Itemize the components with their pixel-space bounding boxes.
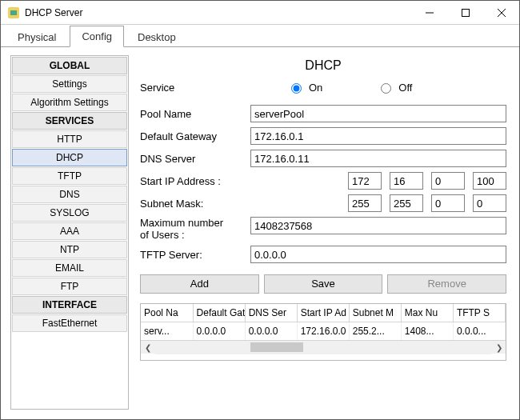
- col-max-users[interactable]: Max Nu: [401, 304, 453, 322]
- start-ip-oct3[interactable]: [431, 172, 465, 190]
- scroll-thumb[interactable]: [250, 342, 303, 352]
- service-row: Service On Off: [140, 81, 506, 94]
- page-title: DHCP: [140, 58, 506, 73]
- dns-server-label: DNS Server: [140, 153, 244, 165]
- tftp-server-input[interactable]: [250, 246, 506, 263]
- sidebar-item-fastethernet[interactable]: FastEthernet: [12, 314, 127, 332]
- cell-subnet-mask: 255.2...: [349, 322, 401, 341]
- max-users-input[interactable]: [250, 217, 506, 234]
- scroll-right-icon[interactable]: ❯: [492, 341, 506, 354]
- svg-rect-1: [10, 10, 17, 15]
- col-dns-server[interactable]: DNS Ser: [245, 304, 297, 322]
- close-button[interactable]: [483, 1, 519, 24]
- pool-name-label: Pool Name: [140, 108, 244, 120]
- button-row: Add Save Remove: [140, 274, 506, 294]
- start-ip-octets: [348, 172, 506, 190]
- window: DHCP Server Physical Config Desktop GLOB…: [0, 0, 520, 420]
- start-ip-label: Start IP Address :: [140, 175, 244, 187]
- maximize-button[interactable]: [447, 1, 483, 24]
- tftp-server-label: TFTP Server:: [140, 249, 244, 261]
- start-ip-row: Start IP Address :: [140, 172, 506, 190]
- server-icon: [7, 6, 20, 19]
- svg-rect-3: [462, 9, 469, 16]
- max-users-label: Maximum number of Users :: [140, 217, 244, 241]
- default-gateway-row: Default Gateway: [140, 127, 506, 145]
- table-header-row[interactable]: Pool Na Default Gat DNS Ser Start IP Ad …: [141, 304, 506, 322]
- sidebar-header-services: SERVICES: [12, 112, 127, 130]
- sidebar: GLOBAL Settings Algorithm Settings SERVI…: [10, 55, 129, 410]
- col-subnet-mask[interactable]: Subnet M: [349, 304, 401, 322]
- sidebar-item-dns[interactable]: DNS: [12, 186, 127, 203]
- cell-dns-server: 0.0.0.0: [245, 322, 297, 341]
- subnet-oct2[interactable]: [390, 194, 423, 212]
- default-gateway-input[interactable]: [250, 127, 506, 145]
- sidebar-item-algorithm-settings[interactable]: Algorithm Settings: [12, 94, 127, 111]
- sidebar-item-ftp[interactable]: FTP: [12, 278, 127, 295]
- window-controls: [411, 1, 519, 24]
- cell-default-gateway: 0.0.0.0: [193, 322, 245, 341]
- minimize-button[interactable]: [411, 1, 447, 24]
- remove-button[interactable]: Remove: [387, 274, 506, 294]
- pool-name-row: Pool Name: [140, 105, 506, 122]
- cell-tftp-server: 0.0.0...: [453, 322, 505, 341]
- table-horizontal-scrollbar[interactable]: ❮ ❯: [141, 340, 506, 354]
- sidebar-item-aaa[interactable]: AAA: [12, 222, 127, 240]
- cell-pool-name: serv...: [141, 322, 193, 341]
- start-ip-oct2[interactable]: [390, 172, 423, 190]
- col-start-ip[interactable]: Start IP Ad: [297, 304, 349, 322]
- col-tftp-server[interactable]: TFTP S: [453, 304, 505, 322]
- save-button[interactable]: Save: [264, 274, 383, 294]
- sidebar-item-dhcp[interactable]: DHCP: [12, 149, 127, 166]
- scroll-track[interactable]: [154, 341, 492, 354]
- default-gateway-label: Default Gateway: [140, 130, 244, 142]
- tab-config[interactable]: Config: [70, 26, 124, 47]
- tftp-server-row: TFTP Server:: [140, 246, 506, 263]
- titlebar: DHCP Server: [1, 1, 519, 25]
- service-label: Service: [140, 82, 244, 94]
- cell-start-ip: 172.16.0.0: [297, 322, 349, 341]
- dns-server-input[interactable]: [250, 150, 506, 167]
- sidebar-item-syslog[interactable]: SYSLOG: [12, 204, 127, 222]
- service-off-label: Off: [398, 82, 412, 94]
- max-users-row: Maximum number of Users :: [140, 217, 506, 241]
- start-ip-oct4[interactable]: [473, 172, 506, 190]
- cell-max-users: 1408...: [401, 322, 453, 341]
- sidebar-header-global: GLOBAL: [12, 57, 127, 74]
- max-users-label-line2: of Users :: [140, 229, 185, 241]
- pool-table: Pool Na Default Gat DNS Ser Start IP Ad …: [141, 304, 506, 340]
- subnet-mask-label: Subnet Mask:: [140, 198, 244, 210]
- table-row[interactable]: serv... 0.0.0.0 0.0.0.0 172.16.0.0 255.2…: [141, 322, 506, 341]
- add-button[interactable]: Add: [140, 274, 259, 294]
- scroll-left-icon[interactable]: ❮: [141, 341, 154, 354]
- body: GLOBAL Settings Algorithm Settings SERVI…: [1, 47, 519, 419]
- service-off-wrap[interactable]: Off: [377, 81, 412, 94]
- tab-bar: Physical Config Desktop: [1, 25, 519, 47]
- subnet-oct1[interactable]: [348, 194, 382, 212]
- subnet-octets: [348, 194, 506, 212]
- pool-name-input[interactable]: [250, 105, 506, 122]
- max-users-label-line1: Maximum number: [140, 217, 223, 229]
- subnet-mask-row: Subnet Mask:: [140, 194, 506, 212]
- service-off-radio[interactable]: [381, 83, 391, 94]
- sidebar-item-tftp[interactable]: TFTP: [12, 167, 127, 185]
- service-on-wrap[interactable]: On: [287, 81, 322, 94]
- tab-physical[interactable]: Physical: [6, 26, 68, 47]
- tab-desktop[interactable]: Desktop: [126, 26, 188, 47]
- pool-table-wrap: Pool Na Default Gat DNS Ser Start IP Ad …: [140, 303, 506, 361]
- service-on-label: On: [309, 82, 322, 94]
- col-pool-name[interactable]: Pool Na: [141, 304, 193, 322]
- sidebar-item-ntp[interactable]: NTP: [12, 241, 127, 258]
- subnet-oct3[interactable]: [431, 194, 465, 212]
- sidebar-item-settings[interactable]: Settings: [12, 75, 127, 93]
- sidebar-header-interface: INTERFACE: [12, 296, 127, 314]
- titlebar-left: DHCP Server: [7, 6, 82, 19]
- sidebar-item-http[interactable]: HTTP: [12, 130, 127, 148]
- main-panel: DHCP Service On Off Pool Name Default Ga…: [137, 55, 510, 410]
- window-title: DHCP Server: [25, 7, 82, 18]
- col-default-gateway[interactable]: Default Gat: [193, 304, 245, 322]
- service-on-radio[interactable]: [291, 83, 302, 94]
- subnet-oct4[interactable]: [473, 194, 506, 212]
- dns-server-row: DNS Server: [140, 150, 506, 167]
- sidebar-item-email[interactable]: EMAIL: [12, 259, 127, 277]
- start-ip-oct1[interactable]: [348, 172, 382, 190]
